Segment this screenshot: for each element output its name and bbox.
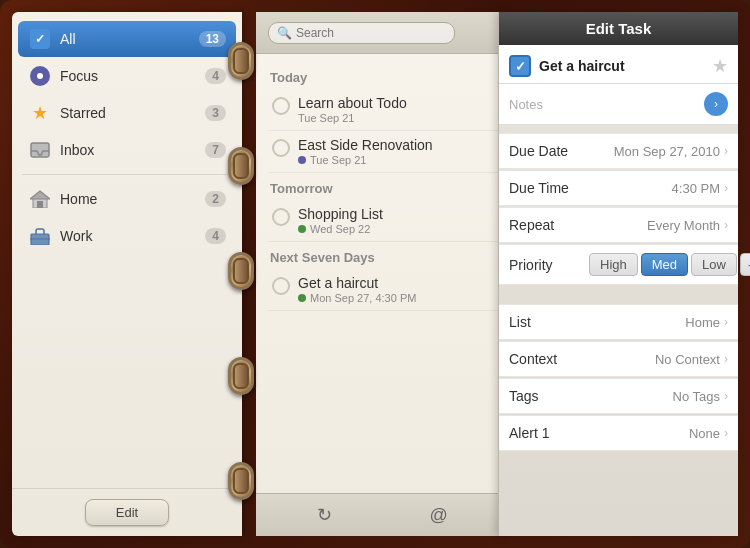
notes-label: Notes <box>509 97 696 112</box>
context-arrow: › <box>724 352 728 366</box>
checkbox-icon: ✓ <box>28 27 52 51</box>
due-date-arrow: › <box>724 144 728 158</box>
list-row[interactable]: List Home › <box>499 304 738 340</box>
sidebar-count-starred: 3 <box>205 105 226 121</box>
svg-rect-4 <box>37 201 43 208</box>
star-icon: ★ <box>28 101 52 125</box>
sidebar-item-all[interactable]: ✓ All 13 <box>18 21 236 57</box>
task-name-row: ✓ Get a haircut ★ <box>499 45 738 84</box>
tags-label: Tags <box>509 388 589 404</box>
alert1-value: None <box>589 426 720 441</box>
sidebar-count-work: 4 <box>205 228 226 244</box>
tags-row[interactable]: Tags No Tags › <box>499 378 738 414</box>
svg-marker-3 <box>30 191 50 199</box>
sidebar-label-focus: Focus <box>60 68 205 84</box>
alert1-label: Alert 1 <box>509 425 589 441</box>
main-content: 🔍 All ☰ ⊞ ＋ Today Learn about Todo Tue S… <box>256 12 738 536</box>
due-date-row[interactable]: Due Date Mon Sep 27, 2010 › <box>499 133 738 169</box>
tags-value: No Tags <box>589 389 720 404</box>
due-time-value: 4:30 PM <box>589 181 720 196</box>
priority-med-btn[interactable]: Med <box>641 253 688 276</box>
task-check-shopping[interactable] <box>272 208 290 226</box>
alert1-arrow: › <box>724 426 728 440</box>
search-box[interactable]: 🔍 <box>268 22 455 44</box>
inbox-icon <box>28 138 52 162</box>
sidebar-item-home[interactable]: Home 2 <box>18 181 236 217</box>
sidebar-label-work: Work <box>60 228 205 244</box>
star-button[interactable]: ★ <box>712 55 728 77</box>
sidebar-item-starred[interactable]: ★ Starred 3 <box>18 95 236 131</box>
list-value: Home <box>589 315 720 330</box>
sidebar-label-all: All <box>60 31 199 47</box>
sidebar-label-inbox: Inbox <box>60 142 205 158</box>
search-input[interactable] <box>296 26 446 40</box>
sidebar-item-focus[interactable]: Focus 4 <box>18 58 236 94</box>
priority-label: Priority <box>509 257 589 273</box>
priority-high-btn[interactable]: High <box>589 253 638 276</box>
context-value: No Context <box>589 352 720 367</box>
sidebar-group-lists: Home 2 Work 4 <box>12 181 242 254</box>
sidebar-count-inbox: 7 <box>205 142 226 158</box>
task-name-text: Get a haircut <box>539 58 704 74</box>
due-time-arrow: › <box>724 181 728 195</box>
priority-low-btn[interactable]: Low <box>691 253 737 276</box>
edit-panel-header: Edit Task <box>499 12 738 45</box>
priority-buttons: High Med Low - <box>589 253 750 276</box>
tags-arrow: › <box>724 389 728 403</box>
due-time-row[interactable]: Due Time 4:30 PM › <box>499 170 738 206</box>
task-check-learn[interactable] <box>272 97 290 115</box>
repeat-value: Every Month <box>589 218 720 233</box>
edit-button[interactable]: Edit <box>85 499 169 526</box>
task-dot-haircut <box>298 294 306 302</box>
sidebar-content: ✓ All 13 Focus 4 <box>12 12 242 488</box>
list-label: List <box>509 314 589 330</box>
date-time-section: Due Date Mon Sep 27, 2010 › Due Time 4:3… <box>499 133 738 286</box>
due-date-value: Mon Sep 27, 2010 <box>589 144 720 159</box>
sidebar-label-starred: Starred <box>60 105 205 121</box>
sidebar-label-home: Home <box>60 191 205 207</box>
sidebar-item-inbox[interactable]: Inbox 7 <box>18 132 236 168</box>
sidebar-item-work[interactable]: Work 4 <box>18 218 236 254</box>
section-gap <box>499 286 738 296</box>
meta-section: List Home › Context No Context › Tags No… <box>499 304 738 452</box>
task-check-haircut[interactable] <box>272 277 290 295</box>
task-complete-toggle[interactable]: ✓ <box>509 55 531 77</box>
priority-none-btn[interactable]: - <box>740 253 750 276</box>
sidebar-divider <box>22 174 232 175</box>
repeat-row[interactable]: Repeat Every Month › <box>499 207 738 243</box>
search-icon: 🔍 <box>277 26 292 40</box>
context-label: Context <box>509 351 589 367</box>
alert1-row[interactable]: Alert 1 None › <box>499 415 738 451</box>
circle-icon <box>28 64 52 88</box>
notes-arrow-btn[interactable]: › <box>704 92 728 116</box>
svg-point-0 <box>37 73 43 79</box>
due-time-label: Due Time <box>509 180 589 196</box>
sidebar-footer: Edit <box>12 488 242 536</box>
home-icon <box>28 187 52 211</box>
context-row[interactable]: Context No Context › <box>499 341 738 377</box>
task-check-east[interactable] <box>272 139 290 157</box>
sync-icon[interactable]: ↻ <box>309 502 340 528</box>
repeat-label: Repeat <box>509 217 589 233</box>
at-icon[interactable]: @ <box>422 503 456 528</box>
task-dot-shopping <box>298 225 306 233</box>
due-date-label: Due Date <box>509 143 589 159</box>
notes-row[interactable]: Notes › <box>499 84 738 125</box>
edit-task-panel: Edit Task ✓ Get a haircut ★ Notes › Due … <box>498 12 738 536</box>
app-frame: ✓ All 13 Focus 4 <box>0 0 750 548</box>
task-dot-east <box>298 156 306 164</box>
sidebar-count-home: 2 <box>205 191 226 207</box>
sidebar: ✓ All 13 Focus 4 <box>12 12 242 536</box>
sidebar-group-smart: ✓ All 13 Focus 4 <box>12 21 242 168</box>
priority-row: Priority High Med Low - <box>499 244 738 285</box>
sidebar-count-focus: 4 <box>205 68 226 84</box>
work-icon <box>28 224 52 248</box>
sidebar-count-all: 13 <box>199 31 226 47</box>
repeat-arrow: › <box>724 218 728 232</box>
list-arrow: › <box>724 315 728 329</box>
